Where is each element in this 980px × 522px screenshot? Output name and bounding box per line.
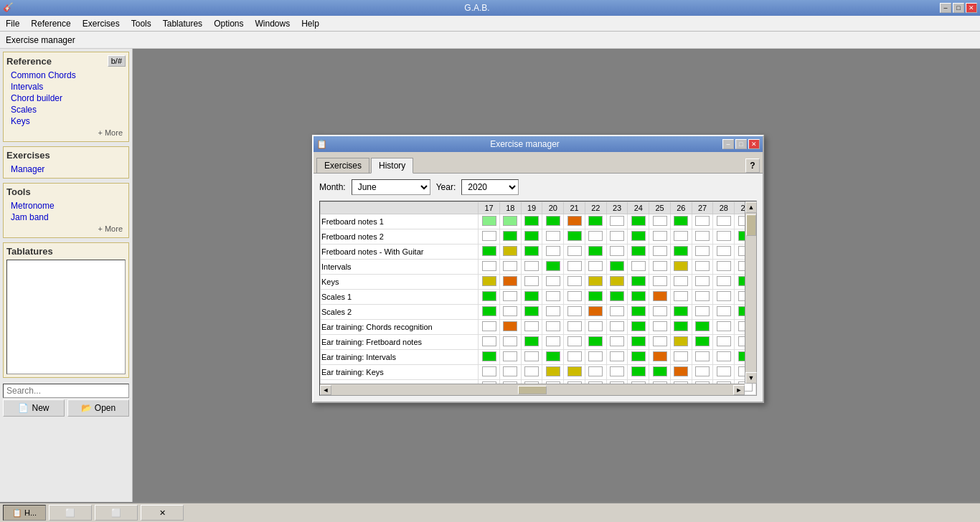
cell-box-7-10 — [695, 321, 710, 331]
sidebar: Reference b/# Common Chords Intervals Ch… — [0, 49, 133, 502]
cell-box-1-2 — [524, 231, 539, 241]
dialog-minimize-btn[interactable]: – — [722, 139, 734, 149]
taskbar-history-btn[interactable]: 📋 H... — [3, 505, 46, 521]
year-select[interactable]: 2020 — [461, 179, 519, 195]
cell-box-9-10 — [695, 351, 710, 361]
exercises-header: Exercises — [6, 150, 126, 161]
cell-box-4-7 — [631, 276, 646, 286]
cell-box-5-10 — [695, 291, 710, 301]
taskbar-close-btn[interactable]: ✕ — [141, 505, 184, 521]
cell-box-0-7 — [631, 216, 646, 226]
cell-1-0 — [479, 229, 500, 245]
cell-box-8-3 — [546, 336, 560, 346]
cell-box-6-0 — [482, 306, 496, 316]
cell-box-6-11 — [717, 306, 731, 316]
minimize-button[interactable]: – — [940, 3, 951, 13]
menu-exercises[interactable]: Exercises — [77, 17, 126, 30]
new-button[interactable]: 📄 New — [3, 399, 65, 417]
menu-help[interactable]: Help — [296, 17, 325, 30]
tools-title: Tools — [6, 186, 31, 197]
cell-box-2-7 — [631, 246, 646, 256]
cell-10-6 — [606, 365, 628, 380]
tab-exercises[interactable]: Exercises — [316, 158, 369, 173]
scroll-thumb-v[interactable] — [746, 214, 756, 236]
header-day-24: 24 — [628, 202, 649, 214]
open-button[interactable]: 📂 Open — [67, 399, 129, 417]
cell-9-2 — [521, 350, 542, 365]
sidebar-item-jam-band[interactable]: Jam band — [6, 212, 126, 223]
cell-1-1 — [499, 229, 521, 245]
menu-tools[interactable]: Tools — [126, 17, 157, 30]
cell-3-6 — [606, 260, 628, 275]
cell-9-5 — [585, 350, 606, 365]
cell-2-6 — [606, 245, 628, 260]
menu-reference[interactable]: Reference — [25, 17, 76, 30]
calendar-row: Scales 1 — [321, 290, 756, 305]
scroll-up-arrow[interactable]: ▲ — [745, 201, 757, 213]
cell-7-2 — [521, 320, 542, 335]
calendar-row: Intervals — [321, 260, 756, 275]
tools-more[interactable]: + More — [6, 223, 126, 234]
month-select[interactable]: June — [352, 179, 430, 195]
dialog-close-btn[interactable]: ✕ — [748, 139, 760, 149]
calendar-row: Ear training: Intervals — [321, 350, 756, 365]
row-label-4: Keys — [321, 275, 479, 290]
sidebar-item-metronome[interactable]: Metronome — [6, 200, 126, 212]
menu-windows[interactable]: Windows — [249, 17, 296, 30]
dialog-maximize-btn[interactable]: □ — [735, 139, 747, 149]
menu-tablatures[interactable]: Tablatures — [157, 17, 208, 30]
search-input[interactable] — [3, 384, 129, 398]
cell-box-1-0 — [482, 231, 496, 241]
cell-box-6-4 — [567, 306, 582, 316]
taskbar-btn-3[interactable]: ⬜ — [95, 505, 138, 521]
menu-options[interactable]: Options — [208, 17, 249, 30]
vertical-scrollbar[interactable]: ▲ ▼ — [745, 201, 756, 384]
cell-0-1 — [499, 214, 521, 229]
sidebar-item-common-chords[interactable]: Common Chords — [6, 70, 126, 81]
dialog-help-btn[interactable]: ? — [745, 158, 760, 173]
cell-6-6 — [606, 305, 628, 320]
sidebar-item-intervals[interactable]: Intervals — [6, 81, 126, 92]
cell-2-3 — [542, 245, 564, 260]
cell-box-2-4 — [567, 246, 582, 256]
sidebar-item-chord-builder[interactable]: Chord builder — [6, 92, 126, 104]
cell-7-4 — [564, 320, 585, 335]
cell-8-11 — [713, 335, 735, 350]
sidebar-item-keys[interactable]: Keys — [6, 115, 126, 127]
scroll-thumb-h[interactable] — [518, 386, 547, 394]
cell-5-10 — [692, 290, 713, 305]
close-button[interactable]: ✕ — [966, 3, 977, 13]
cell-box-9-8 — [653, 351, 667, 361]
menu-file[interactable]: File — [0, 17, 25, 30]
scroll-right-arrow[interactable]: ► — [733, 385, 745, 395]
cell-2-0 — [479, 245, 500, 260]
scroll-down-arrow[interactable]: ▼ — [745, 372, 757, 384]
cell-box-7-1 — [503, 321, 517, 331]
horizontal-scrollbar[interactable]: ◄ ► — [320, 384, 745, 395]
cell-5-1 — [499, 290, 521, 305]
cell-2-1 — [499, 245, 521, 260]
cell-7-9 — [670, 320, 692, 335]
reference-more[interactable]: + More — [6, 127, 126, 138]
reference-header: Reference b/# — [6, 55, 126, 67]
tab-history[interactable]: History — [371, 158, 413, 174]
cell-box-9-2 — [524, 351, 539, 361]
title-bar-controls: – □ ✕ — [940, 3, 977, 13]
cell-box-1-4 — [567, 231, 582, 241]
cell-box-8-10 — [695, 336, 710, 346]
reference-bflat-btn[interactable]: b/# — [108, 55, 126, 67]
taskbar-btn-2[interactable]: ⬜ — [49, 505, 92, 521]
cell-box-6-5 — [588, 306, 603, 316]
cell-4-6 — [606, 275, 628, 290]
cell-box-8-0 — [482, 336, 496, 346]
scroll-left-arrow[interactable]: ◄ — [320, 385, 331, 395]
open-icon: 📂 — [81, 403, 92, 413]
dialog-title-bar: 📋 Exercise manager – □ ✕ — [314, 136, 763, 152]
maximize-button[interactable]: □ — [953, 3, 964, 13]
row-label-10: Ear training: Keys — [321, 365, 479, 380]
sidebar-item-scales[interactable]: Scales — [6, 104, 126, 115]
dialog-tabs-bar: Exercises History ? — [314, 152, 763, 174]
sidebar-item-manager[interactable]: Manager — [6, 163, 126, 175]
cell-box-10-10 — [695, 366, 710, 376]
cell-8-8 — [649, 335, 671, 350]
